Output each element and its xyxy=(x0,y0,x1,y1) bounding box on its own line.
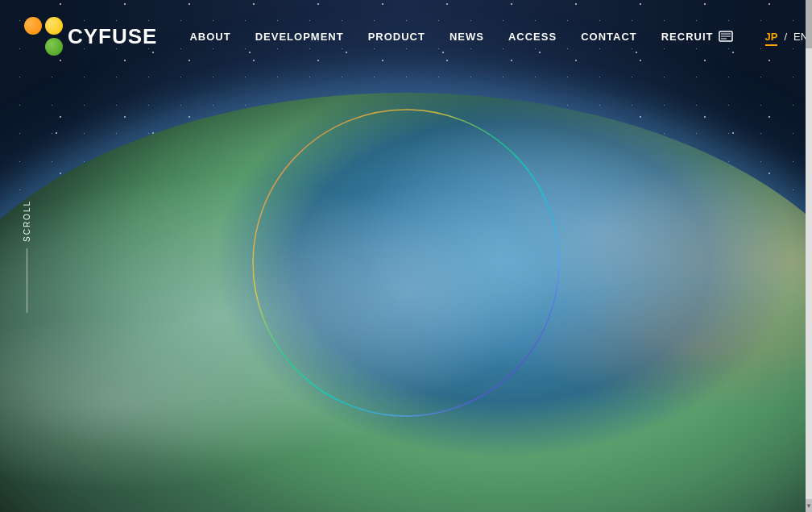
svg-point-0 xyxy=(253,110,559,416)
nav-news[interactable]: NEWS xyxy=(450,31,484,43)
logo-circle-empty xyxy=(24,38,42,56)
logo-circle-green xyxy=(45,38,63,56)
recruit-icon xyxy=(719,31,733,42)
nav-contact[interactable]: CONTACT xyxy=(581,31,637,43)
scroll-indicator: SCROLL xyxy=(23,199,31,312)
nav-recruit-wrapper: RECRUIT xyxy=(661,31,733,43)
logo[interactable]: CYFUSE xyxy=(24,17,157,56)
nav-product[interactable]: PRODUCT xyxy=(368,31,425,43)
circle-ring xyxy=(245,102,567,424)
scrollbar-arrow-down[interactable]: ▼ xyxy=(806,499,812,512)
header: CYFUSE ABOUT DEVELOPMENT PRODUCT NEWS AC… xyxy=(0,0,812,73)
main-nav: ABOUT DEVELOPMENT PRODUCT NEWS ACCESS CO… xyxy=(189,31,808,43)
nav-access[interactable]: ACCESS xyxy=(508,31,557,43)
logo-circle-orange xyxy=(24,17,42,35)
scrollbar-thumb[interactable] xyxy=(806,0,812,48)
lang-divider: / xyxy=(784,31,787,43)
scroll-line xyxy=(27,248,27,313)
nav-recruit[interactable]: RECRUIT xyxy=(661,31,714,43)
scrollbar[interactable]: ▲ ▼ xyxy=(806,0,812,512)
language-switcher: JP / EN xyxy=(765,31,809,43)
nav-about[interactable]: ABOUT xyxy=(189,31,230,43)
logo-text: CYFUSE xyxy=(68,24,157,49)
lang-jp[interactable]: JP xyxy=(765,31,778,43)
nav-development[interactable]: DEVELOPMENT xyxy=(255,31,344,43)
logo-circle-yellow xyxy=(45,17,63,35)
logo-circles xyxy=(24,17,63,56)
hero-section: CYFUSE ABOUT DEVELOPMENT PRODUCT NEWS AC… xyxy=(0,0,812,512)
scroll-label: SCROLL xyxy=(23,199,31,241)
logo-c: C xyxy=(68,24,84,48)
